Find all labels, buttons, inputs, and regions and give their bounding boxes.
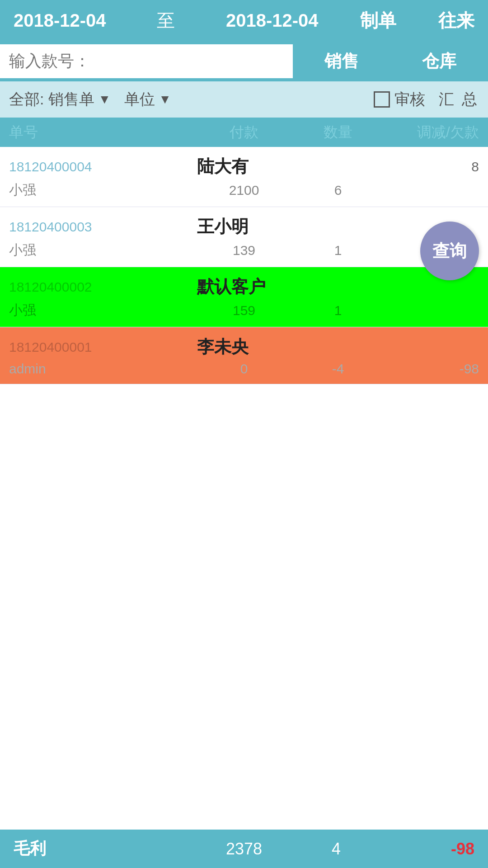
summary-label: 汇 总: [439, 89, 479, 110]
search-bar: 销售 仓库: [0, 41, 488, 81]
search-right: 销售 仓库: [293, 50, 488, 73]
query-button[interactable]: 查询: [420, 222, 479, 280]
transactions-button[interactable]: 往来: [438, 8, 474, 33]
row-main-1: 18120400003 王小明: [0, 207, 488, 238]
row-payment-3: 0: [197, 361, 291, 377]
row-payment-1: 139: [197, 243, 291, 258]
row-qty-2: 1: [291, 303, 385, 318]
unit-filter-label: 单位: [124, 89, 155, 110]
audit-filter-wrap: 审核: [374, 89, 425, 110]
table-header: 单号 付款 数量 调减/欠款: [0, 118, 488, 147]
row-sub-2: 小强 159 1: [0, 298, 488, 327]
row-main-0: 18120400004 陆大有 8: [0, 147, 488, 178]
search-input[interactable]: [9, 52, 284, 71]
table-row[interactable]: 18120400002 默认客户 小强 159 1: [0, 267, 488, 327]
row-payment-0: 2100: [197, 183, 291, 198]
row-sub-0: 小强 2100 6: [0, 178, 488, 207]
row-operator-3: admin: [9, 361, 197, 377]
header-bar: 2018-12-04 至 2018-12-04 制单 往来: [0, 0, 488, 41]
row-operator-1: 小强: [9, 241, 197, 259]
date-separator: 至: [157, 8, 175, 33]
audit-checkbox[interactable]: [374, 91, 390, 108]
make-order-button[interactable]: 制单: [360, 8, 396, 33]
row-qty-3: -4: [291, 361, 385, 377]
row-main-2: 18120400002 默认客户: [0, 267, 488, 298]
row-main-3: 18120400001 李未央: [0, 327, 488, 359]
th-adjust: 调减/欠款: [385, 123, 479, 142]
type-filter-arrow-icon: ▼: [98, 92, 111, 107]
row-adjust-0: 8: [385, 159, 479, 175]
table-row[interactable]: 18120400001 李未央 admin 0 -4 -98: [0, 327, 488, 384]
date-end[interactable]: 2018-12-04: [226, 10, 319, 31]
query-button-label: 查询: [432, 240, 467, 263]
footer-payment: 2378: [198, 840, 290, 859]
summary-button[interactable]: 汇 总: [439, 89, 479, 110]
row-sub-3: admin 0 -4 -98: [0, 359, 488, 384]
row-order-id-0: 18120400004: [9, 159, 197, 175]
row-customer-1: 王小明: [197, 215, 385, 238]
date-start[interactable]: 2018-12-04: [14, 10, 106, 31]
audit-label: 审核: [394, 89, 425, 110]
th-order: 单号: [9, 123, 197, 142]
sales-button[interactable]: 销售: [324, 50, 359, 73]
table-row[interactable]: 18120400004 陆大有 8 小强 2100 6: [0, 147, 488, 207]
row-qty-0: 6: [291, 183, 385, 198]
table-body: 18120400004 陆大有 8 小强 2100 6 18120400003 …: [0, 147, 488, 384]
footer-label: 毛利: [14, 838, 198, 860]
type-filter-select[interactable]: 销售单 ▼: [48, 89, 111, 110]
row-customer-2: 默认客户: [197, 275, 385, 298]
row-customer-3: 李未央: [197, 335, 385, 359]
filter-all-label: 全部:: [9, 89, 44, 110]
row-order-id-3: 18120400001: [9, 340, 197, 355]
search-input-wrap: [0, 44, 293, 78]
th-qty: 数量: [291, 123, 385, 142]
row-debt-3: -98: [385, 361, 479, 377]
row-customer-0: 陆大有: [197, 155, 385, 178]
row-operator-0: 小强: [9, 181, 197, 199]
row-sub-1: 小强 139 1: [0, 238, 488, 267]
row-order-id-2: 18120400002: [9, 279, 197, 295]
footer-bar: 毛利 2378 4 -98: [0, 830, 488, 868]
row-operator-2: 小强: [9, 301, 197, 320]
unit-filter-arrow-icon: ▼: [159, 92, 171, 107]
unit-filter-select[interactable]: 单位 ▼: [124, 89, 171, 110]
th-payment: 付款: [197, 123, 291, 142]
filter-bar: 全部: 销售单 ▼ 单位 ▼ 审核 汇 总: [0, 81, 488, 118]
row-qty-1: 1: [291, 243, 385, 258]
footer-qty: 4: [290, 840, 382, 859]
row-payment-2: 159: [197, 303, 291, 318]
type-filter-label: 销售单: [48, 89, 94, 110]
footer-debt: -98: [382, 840, 474, 859]
table-row[interactable]: 18120400003 王小明 小强 139 1: [0, 207, 488, 267]
warehouse-button[interactable]: 仓库: [422, 50, 456, 73]
row-order-id-1: 18120400003: [9, 219, 197, 235]
